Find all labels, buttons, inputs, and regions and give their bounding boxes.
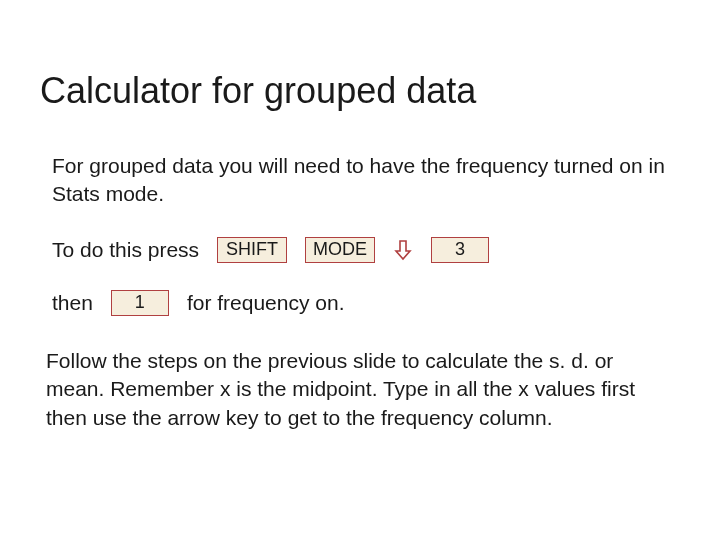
down-arrow-icon	[393, 238, 413, 262]
slide: Calculator for grouped data For grouped …	[0, 0, 720, 472]
key-mode: MODE	[305, 237, 375, 263]
instruction-paragraph: Follow the steps on the previous slide t…	[46, 347, 680, 432]
key-1: 1	[111, 290, 169, 316]
key-sequence-row-2: then 1 for frequency on.	[52, 289, 680, 317]
row1-lead-text: To do this press	[52, 238, 199, 262]
key-3: 3	[431, 237, 489, 263]
row2-tail-text: for frequency on.	[187, 289, 345, 317]
key-sequence-row-1: To do this press SHIFT MODE 3	[52, 237, 680, 263]
slide-title: Calculator for grouped data	[40, 70, 680, 112]
row2-lead-text: then	[52, 289, 93, 317]
key-shift: SHIFT	[217, 237, 287, 263]
intro-paragraph: For grouped data you will need to have t…	[52, 152, 680, 209]
